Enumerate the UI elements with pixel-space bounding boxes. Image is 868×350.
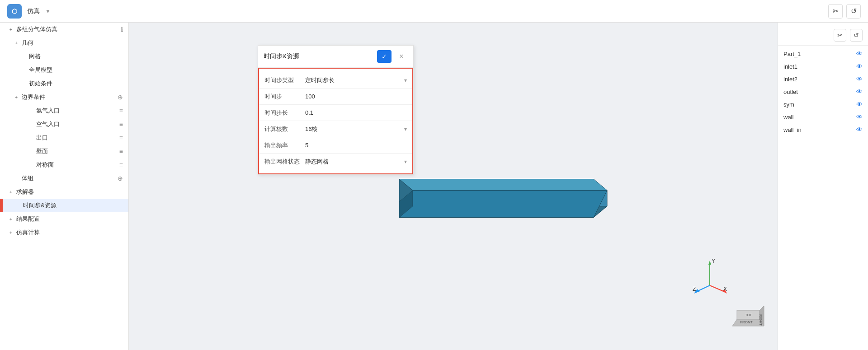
y-axis-label: Y bbox=[712, 258, 715, 264]
svg-marker-7 bbox=[708, 261, 711, 265]
sidebar-item-multi-phase[interactable]: + 多组分气体仿真 ℹ bbox=[0, 23, 128, 36]
sidebar-label-h2-inlet: 氢气入口 bbox=[36, 107, 119, 115]
sidebar-item-symmetry[interactable]: 对称面 ≡ bbox=[0, 158, 128, 172]
mesh-state-dropdown-arrow-icon: ▾ bbox=[404, 159, 407, 165]
sidebar-item-volume-group[interactable]: 体组 ⊕ bbox=[0, 172, 128, 185]
expand-icon-global bbox=[20, 66, 27, 74]
compute-cores-dropdown[interactable]: 16核 ▾ bbox=[305, 125, 407, 133]
sidebar-item-sim-calc[interactable]: + 仿真计算 bbox=[0, 226, 128, 239]
expand-icon-time bbox=[14, 202, 21, 209]
sidebar-label-boundary-conditions: 边界条件 bbox=[22, 93, 118, 101]
sidebar-item-initial-conditions[interactable]: 初始条件 bbox=[0, 77, 128, 90]
wall-menu-icon[interactable]: ≡ bbox=[119, 148, 123, 155]
right-panel: ✂ ↺ Part_1 👁 inlet1 👁 inlet2 👁 outlet bbox=[778, 23, 868, 350]
cores-dropdown-arrow-icon: ▾ bbox=[404, 126, 407, 132]
symmetry-menu-icon[interactable]: ≡ bbox=[119, 161, 123, 168]
expand-icon-solver: + bbox=[7, 188, 14, 196]
sidebar-label-multi-phase: 多组分气体仿真 bbox=[16, 25, 121, 33]
h2-menu-icon[interactable]: ≡ bbox=[119, 107, 123, 114]
time-step-input[interactable] bbox=[305, 93, 407, 100]
visibility-icon-inlet2[interactable]: 👁 bbox=[856, 75, 863, 83]
right-item-sym: sym 👁 bbox=[778, 98, 868, 111]
sidebar-label-solver: 求解器 bbox=[16, 188, 123, 196]
time-step-type-dropdown[interactable]: 定时间步长 ▾ bbox=[305, 76, 407, 84]
info-icon: ℹ bbox=[121, 26, 123, 33]
app-logo: ⬡ bbox=[7, 4, 22, 19]
x-axis-label: X bbox=[723, 286, 727, 292]
sidebar-item-boundary-conditions[interactable]: + 边界条件 ⊕ bbox=[0, 90, 128, 104]
visibility-icon-part1[interactable]: 👁 bbox=[856, 50, 863, 57]
right-undo-button[interactable]: ↺ bbox=[850, 29, 863, 42]
visibility-icon-wall-in[interactable]: 👁 bbox=[856, 126, 863, 133]
output-freq-input[interactable] bbox=[305, 142, 407, 149]
sidebar-label-global-model: 全局模型 bbox=[29, 66, 123, 74]
modal-body: 时间步类型 定时间步长 ▾ 时间步 时间步长 bbox=[258, 68, 413, 174]
sidebar-item-outlet[interactable]: 出口 ≡ bbox=[0, 131, 128, 145]
sidebar-item-mesh[interactable]: 网格 bbox=[0, 50, 128, 63]
sidebar-item-solver[interactable]: + 求解器 bbox=[0, 185, 128, 199]
visibility-icon-sym[interactable]: 👁 bbox=[856, 101, 863, 108]
visibility-icon-inlet1[interactable]: 👁 bbox=[856, 63, 863, 70]
add-volume-icon[interactable]: ⊕ bbox=[118, 175, 123, 182]
right-item-inlet2: inlet2 👁 bbox=[778, 73, 868, 85]
right-scissors-button[interactable]: ✂ bbox=[834, 29, 846, 42]
cube-top-label: TOP bbox=[745, 313, 752, 317]
sidebar-item-air-inlet[interactable]: 空气入口 ≡ bbox=[0, 117, 128, 131]
sidebar-item-result-config[interactable]: + 结果配置 bbox=[0, 212, 128, 226]
modal-header: 时间步&资源 ✓ × bbox=[258, 46, 413, 68]
axis-svg: Y X Z bbox=[692, 258, 728, 294]
right-panel-top: ✂ ↺ bbox=[778, 27, 868, 46]
form-row-step-length: 时间步长 bbox=[259, 105, 412, 121]
sidebar-item-wall[interactable]: 壁面 ≡ bbox=[0, 145, 128, 158]
right-scissors-icon: ✂ bbox=[837, 32, 843, 39]
form-label-output-mesh-state: 输出网格状态 bbox=[264, 158, 305, 166]
form-label-step-length: 时间步长 bbox=[264, 109, 305, 117]
form-label-output-freq: 输出频率 bbox=[264, 141, 305, 149]
modal-confirm-button[interactable]: ✓ bbox=[377, 50, 392, 63]
visibility-icon-wall[interactable]: 👁 bbox=[856, 113, 863, 121]
expand-icon-h2 bbox=[27, 107, 34, 114]
right-item-outlet: outlet 👁 bbox=[778, 85, 868, 98]
viewport: Y X Z bbox=[129, 23, 778, 350]
step-length-input[interactable] bbox=[305, 109, 407, 116]
sidebar-label-mesh: 网格 bbox=[29, 52, 123, 61]
close-x-icon: × bbox=[399, 52, 403, 61]
sidebar-label-time-resource: 时间步&资源 bbox=[23, 201, 123, 210]
expand-icon-initial bbox=[20, 80, 27, 87]
sidebar-label-geometry: 几何 bbox=[22, 39, 123, 47]
nav-cube[interactable]: TOP FRONT RIGHT bbox=[728, 294, 769, 336]
sidebar-item-h2-inlet[interactable]: 氢气入口 ≡ bbox=[0, 104, 128, 117]
right-item-label-wall: wall bbox=[783, 114, 856, 121]
expand-icon-mesh bbox=[20, 53, 27, 60]
output-mesh-state-dropdown[interactable]: 静态网格 ▾ bbox=[305, 158, 407, 166]
sidebar-item-global-model[interactable]: 全局模型 bbox=[0, 63, 128, 77]
outlet-menu-icon[interactable]: ≡ bbox=[119, 134, 123, 141]
expand-icon-symmetry bbox=[27, 161, 34, 168]
undo-button[interactable]: ↺ bbox=[846, 4, 861, 19]
sidebar-item-geometry[interactable]: + 几何 bbox=[0, 36, 128, 50]
scissors-button[interactable]: ✂ bbox=[828, 4, 843, 19]
3d-model-svg bbox=[386, 127, 612, 244]
expand-icon-sim: + bbox=[7, 229, 14, 236]
undo-icon: ↺ bbox=[851, 7, 857, 15]
top-bar: ⬡ 仿真 ▼ ✂ ↺ bbox=[0, 0, 868, 23]
sidebar-item-time-resource[interactable]: 时间步&资源 bbox=[0, 199, 128, 212]
expand-icon-outlet bbox=[27, 134, 34, 141]
confirm-check-icon: ✓ bbox=[382, 53, 387, 60]
form-label-compute-cores: 计算核数 bbox=[264, 125, 305, 133]
add-boundary-icon[interactable]: ⊕ bbox=[118, 93, 123, 101]
sidebar-label-volume-group: 体组 bbox=[22, 174, 118, 182]
time-resource-modal: 时间步&资源 ✓ × 时间步类型 定时间步长 ▾ bbox=[258, 45, 414, 175]
sidebar-label-sim-calc: 仿真计算 bbox=[16, 229, 123, 237]
z-axis-label: Z bbox=[693, 286, 696, 292]
visibility-icon-outlet[interactable]: 👁 bbox=[856, 88, 863, 95]
air-menu-icon[interactable]: ≡ bbox=[119, 121, 123, 128]
sidebar-label-air-inlet: 空气入口 bbox=[36, 120, 119, 128]
modal-close-button[interactable]: × bbox=[395, 50, 408, 63]
right-undo-icon: ↺ bbox=[854, 32, 859, 39]
modal-title: 时间步&资源 bbox=[264, 52, 373, 61]
right-item-label-part1: Part_1 bbox=[783, 51, 856, 57]
main-layout: + 多组分气体仿真 ℹ + 几何 网格 全局模型 初始条件 + 边界条件 bbox=[0, 23, 868, 350]
sidebar-label-result-config: 结果配置 bbox=[16, 215, 123, 223]
right-item-label-sym: sym bbox=[783, 101, 856, 108]
